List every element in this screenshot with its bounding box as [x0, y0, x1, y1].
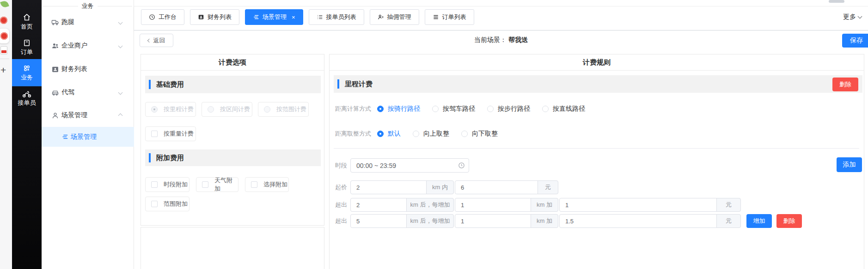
scooter-icon [22, 90, 31, 98]
order-icon [23, 39, 31, 47]
finance-card-icon [51, 66, 59, 73]
exceed-distance-input[interactable] [350, 214, 407, 228]
browser-strip: + [0, 0, 12, 269]
radio-option-range[interactable]: 按范围计费 [258, 102, 309, 117]
pdf-doc-icon[interactable] [0, 46, 7, 54]
radio-icon [264, 106, 270, 113]
workbench-icon [149, 14, 155, 20]
chevron-up-icon [118, 113, 123, 118]
divider [334, 148, 859, 149]
screen: + 首页 订单 业务 接单员 业务 跑腿 [0, 0, 868, 269]
add-time-period-button[interactable]: 添加 [837, 157, 862, 172]
distance-rounding-row: 距离取整方式 默认 向上取整 向下取整 [330, 129, 864, 138]
checkbox-option-range-extra[interactable]: 范围附加 [145, 197, 189, 211]
chevron-down-icon [858, 14, 862, 19]
checkbox-option-select-extra[interactable]: 选择附加 [245, 177, 289, 192]
time-range-input-wrap [350, 158, 469, 173]
tab-finance-list[interactable]: 财务列表 [190, 9, 239, 25]
exceed-row-2: 超出 km 后，每增加 km 加 元 增加 删除 [330, 214, 802, 228]
checkbox-option-weight[interactable]: 按重量计费 [145, 126, 196, 141]
checkbox-icon [151, 201, 158, 207]
sidebar-item-couriers[interactable]: 接单员 [12, 90, 42, 107]
time-range-input[interactable] [350, 158, 469, 173]
mileage-section-header: 里程计费 [334, 75, 862, 93]
scrollbar-thumb[interactable] [829, 0, 844, 3]
radio-icon [461, 131, 468, 137]
current-scene: 当前场景： 帮我送 [134, 36, 868, 44]
submenu-item-scene-management-active[interactable]: 场景管理 [42, 127, 134, 147]
tab-workbench[interactable]: 工作台 [141, 9, 184, 25]
menu-item-scene-management[interactable]: 场景管理 [42, 110, 134, 121]
tab-order-list[interactable]: 订单列表 [425, 9, 474, 25]
panel-title: 计费选项 [141, 54, 324, 71]
users-icon [51, 42, 59, 50]
extra-fee-section-header: 附加费用 [145, 149, 321, 166]
radio-riding-route[interactable]: 按骑行路径 [377, 105, 420, 113]
pinned-app-card[interactable] [0, 29, 9, 43]
radio-default-rounding[interactable]: 默认 [377, 130, 401, 138]
radio-selected-icon [377, 106, 384, 112]
exceed-row-1: 超出 km 后，每增加 km 加 元 [330, 198, 742, 212]
more-dropdown[interactable]: 更多 [843, 13, 862, 21]
sidebar-item-home[interactable]: 首页 [12, 13, 42, 30]
menu-item-errand[interactable]: 跑腿 [42, 17, 134, 28]
tab-commission[interactable]: 抽佣管理 [370, 9, 419, 25]
radio-icon [208, 106, 214, 113]
time-period-row: 时段 [330, 158, 469, 173]
exceed-distance-input[interactable] [350, 198, 407, 212]
list-icon [61, 133, 68, 140]
divider [98, 6, 133, 6]
car-icon [51, 89, 59, 96]
save-button[interactable]: 保存 [842, 34, 868, 48]
distance-method-row: 距离计算方式 按骑行路径 按驾车路径 按步行路径 按直线路径 [330, 104, 864, 114]
delete-section-button[interactable]: 删除 [832, 78, 858, 91]
lines-icon [433, 14, 439, 20]
radio-option-mileage[interactable]: 按里程计费 [145, 102, 196, 117]
menu-item-driving[interactable]: 代驾 [42, 87, 134, 98]
exceed-fee-input[interactable] [559, 198, 717, 212]
base-distance-input[interactable] [350, 180, 427, 194]
base-price-row: 起价 km 内 元 [330, 180, 559, 194]
panel-title: 计费规则 [330, 54, 864, 71]
radio-round-down[interactable]: 向下取整 [461, 130, 498, 138]
checkbox-icon [251, 181, 257, 188]
divider [43, 6, 78, 6]
checkbox-icon [202, 181, 208, 188]
submenu-title: 业务 [42, 2, 134, 10]
checkbox-option-weather-extra[interactable]: 天气附加 [196, 177, 238, 192]
base-price-input[interactable] [455, 180, 538, 194]
bullet-list-icon [317, 14, 323, 20]
exceed-fee-input[interactable] [559, 214, 717, 228]
tab-courier-list[interactable]: 接单员列表 [309, 9, 364, 25]
radio-driving-route[interactable]: 按驾车路径 [432, 105, 475, 113]
list-icon [253, 14, 259, 20]
exceed-step-input[interactable] [455, 198, 531, 212]
apps-grid-icon [23, 64, 31, 72]
radio-icon [413, 131, 419, 137]
truck-icon [51, 18, 59, 26]
menu-item-finance[interactable]: 财务列表 [42, 64, 134, 75]
add-row-button[interactable]: 增加 [746, 214, 772, 228]
accent-bar [337, 79, 339, 89]
app-red-icon[interactable] [0, 17, 7, 24]
radio-icon [432, 106, 439, 112]
radio-option-interval[interactable]: 按区间计费 [202, 102, 252, 117]
person-lines-icon [378, 14, 384, 20]
radio-round-up[interactable]: 向上取整 [413, 130, 449, 138]
current-scene-value: 帮我送 [508, 36, 528, 43]
tab-scene-management[interactable]: 场景管理 × [245, 9, 303, 25]
person-icon [51, 112, 59, 120]
chevron-down-icon [118, 90, 123, 95]
sidebar-item-business[interactable]: 业务 [12, 64, 42, 81]
chevron-down-icon [118, 20, 123, 24]
sidebar-item-orders[interactable]: 订单 [12, 39, 42, 56]
close-icon[interactable]: × [292, 14, 295, 20]
checkbox-option-time-extra[interactable]: 时段附加 [145, 177, 189, 192]
radio-selected-icon [377, 131, 384, 137]
radio-straight-line-route[interactable]: 按直线路径 [542, 105, 585, 113]
add-icon[interactable]: + [0, 65, 6, 76]
menu-item-enterprise[interactable]: 企业商户 [42, 40, 134, 51]
delete-row-button[interactable]: 删除 [776, 214, 802, 228]
radio-walking-route[interactable]: 按步行路径 [487, 105, 530, 113]
exceed-step-input[interactable] [455, 214, 531, 228]
